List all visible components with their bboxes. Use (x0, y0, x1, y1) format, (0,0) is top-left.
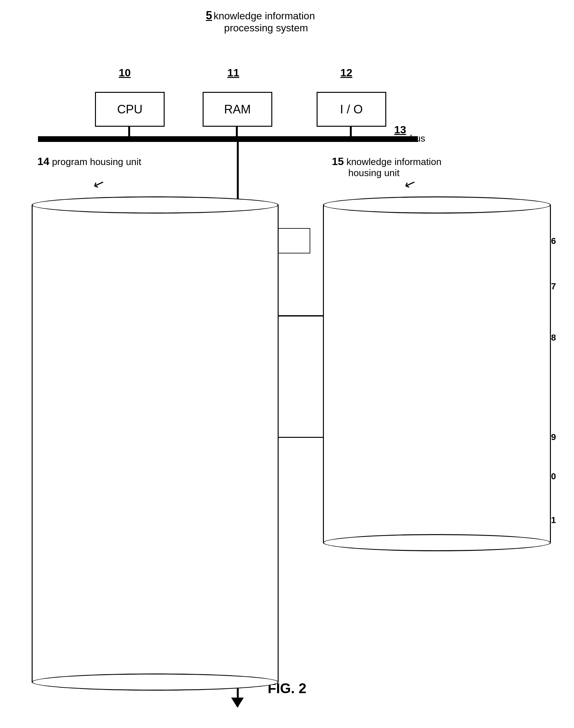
io-label: I / O (340, 103, 363, 116)
ram-bus-connector (236, 127, 238, 137)
cpu-label: CPU (117, 103, 142, 116)
program-arrow: ↙ (91, 174, 107, 193)
ram-box: RAM (203, 92, 272, 127)
cpu-bus-connector (128, 127, 130, 137)
ram-label: RAM (224, 103, 251, 116)
program-section-label: 14 program housing unit (37, 155, 141, 167)
program-label-text: program housing unit (52, 156, 141, 167)
program-number: 14 (37, 155, 49, 167)
bus-line (38, 136, 418, 142)
knowledge-cylinder (323, 196, 551, 551)
io-number: 12 (340, 67, 353, 79)
knowledge-label-line2: housing unit (348, 167, 400, 178)
knowledge-number: 15 (332, 155, 344, 167)
system-label-line2: processing system (224, 22, 308, 34)
knowledge-label-line1: knowledge information (346, 156, 441, 167)
vertical-bus-arrow (231, 698, 244, 708)
bus-label: bus (410, 133, 425, 144)
cpu-box: CPU (95, 92, 165, 127)
bus-number: 13 (394, 123, 406, 136)
io-bus-connector (350, 127, 352, 137)
program-cylinder (32, 196, 279, 691)
knowledge-section-label: 15 knowledge information housing unit (332, 155, 441, 178)
system-number: 5 (206, 9, 212, 22)
system-label-line1: knowledge information (213, 10, 315, 22)
ram-number: 11 (227, 67, 239, 79)
system-title: 5 knowledge information processing syste… (206, 9, 315, 34)
cpu-number: 10 (119, 67, 131, 79)
io-box: I / O (317, 92, 386, 127)
